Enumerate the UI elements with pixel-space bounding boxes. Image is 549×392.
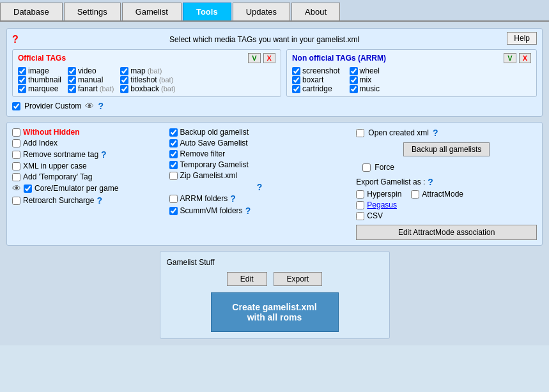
without-hidden-checkbox[interactable] — [12, 128, 20, 137]
tag-map-label: map — [130, 66, 145, 75]
tag-wheel-checkbox[interactable] — [350, 67, 358, 75]
tag-boxback-label: boxback — [130, 84, 159, 93]
arrm-folders-help[interactable]: ? — [230, 193, 236, 204]
tag-video-checkbox[interactable] — [68, 67, 76, 75]
temporary-gamelist-checkbox[interactable] — [169, 161, 178, 169]
edit-attractmode-button[interactable]: Edit AttractMode association — [356, 225, 537, 240]
remove-sortname-help[interactable]: ? — [101, 149, 107, 160]
backup-old-checkbox[interactable] — [169, 128, 178, 137]
tag-cartridge-checkbox[interactable] — [292, 85, 300, 93]
export-hyperspin: Hyperspin — [356, 190, 401, 199]
tag-image-checkbox[interactable] — [18, 67, 26, 75]
export-csv: CSV — [356, 211, 401, 220]
core-emulator-checkbox[interactable] — [24, 185, 32, 193]
xml-upper-checkbox[interactable] — [12, 162, 20, 170]
tag-fanart-checkbox[interactable] — [68, 85, 76, 93]
tag-screenshot-label: screenshot — [302, 66, 340, 75]
media-tags-panel: ? Select which media TAGs you want in yo… — [6, 28, 543, 117]
tab-database[interactable]: Database — [0, 3, 63, 20]
non-official-tags-header: Non official TAGs (ARRM) V X — [292, 53, 531, 63]
scummvm-folders-checkbox[interactable] — [169, 207, 178, 215]
auto-save-checkbox[interactable] — [169, 139, 178, 147]
tag-titleshot-label: titleshot — [130, 75, 157, 84]
tag-marquee-checkbox[interactable] — [18, 85, 26, 93]
retroarch-surcharge-help[interactable]: ? — [97, 195, 102, 206]
tag-video-label: video — [78, 66, 97, 75]
export-help[interactable]: ? — [428, 177, 433, 187]
tag-cartridge: cartridge — [292, 84, 340, 93]
pegasus-checkbox[interactable] — [356, 201, 364, 209]
add-index-checkbox[interactable] — [12, 139, 20, 147]
scummvm-help[interactable]: ? — [245, 206, 251, 216]
tag-screenshot: screenshot — [292, 66, 340, 75]
tag-marquee-label: marquee — [28, 84, 58, 93]
zip-help[interactable]: ? — [257, 182, 263, 192]
export-section: Export Gamelist as : ? Hyperspin Pegasus — [356, 177, 537, 240]
without-hidden-label: Without Hidden — [23, 128, 80, 137]
tag-mix-checkbox[interactable] — [350, 76, 358, 84]
official-tags-x-button[interactable]: X — [263, 53, 275, 63]
hyperspin-label: Hyperspin — [367, 190, 401, 199]
open-xml-help[interactable]: ? — [433, 128, 438, 138]
zip-gamelist-checkbox[interactable] — [169, 172, 178, 180]
tab-about[interactable]: About — [291, 3, 340, 20]
force-checkbox[interactable] — [362, 163, 371, 172]
open-xml-row: Open created xml ? — [356, 128, 537, 138]
options-left-col: Without Hidden Add Index Remove sortname… — [12, 128, 163, 240]
tag-thumbnail-checkbox[interactable] — [18, 76, 26, 84]
provider-custom-help[interactable]: ? — [98, 101, 104, 111]
opt-without-hidden: Without Hidden — [12, 128, 163, 137]
retroarch-surcharge-checkbox[interactable] — [12, 197, 20, 205]
tag-map-checkbox[interactable] — [120, 67, 128, 75]
tag-mix: mix — [350, 75, 380, 84]
tab-gamelist[interactable]: Gamelist — [122, 3, 182, 20]
tag-manual-checkbox[interactable] — [68, 76, 76, 84]
tag-thumbnail: thumbnail — [18, 75, 61, 84]
open-created-xml-label: Open created xml — [368, 128, 429, 137]
non-official-tags-v-button[interactable]: V — [504, 53, 516, 63]
non-official-tags-x-button[interactable]: X — [519, 53, 531, 63]
export-button[interactable]: Export — [274, 272, 323, 286]
open-created-xml-checkbox[interactable] — [356, 129, 364, 137]
tab-tools[interactable]: Tools — [183, 3, 231, 20]
edit-button[interactable]: Edit — [227, 272, 267, 286]
remove-filter-label: Remove filter — [180, 149, 226, 158]
remove-filter-checkbox[interactable] — [169, 150, 178, 158]
tag-boxart-label: boxart — [302, 75, 323, 84]
tag-boxart-checkbox[interactable] — [292, 76, 300, 84]
tab-settings[interactable]: Settings — [64, 3, 121, 20]
remove-sortname-checkbox[interactable] — [12, 151, 20, 159]
tag-boxback-checkbox[interactable] — [120, 85, 128, 93]
help-button[interactable]: Help — [507, 32, 537, 45]
backup-old-label: Backup old gamelist — [180, 128, 249, 137]
opt-remove-filter: Remove filter — [169, 149, 350, 158]
tags-columns: Official TAGs V X image thumbnail — [12, 49, 537, 97]
attractmode-label: AttractMode — [422, 190, 463, 199]
eye-icon: 👁 — [85, 101, 94, 111]
official-tags-v-button[interactable]: V — [248, 53, 260, 63]
tag-titleshot-bat: (bat) — [159, 76, 174, 84]
opt-add-index: Add Index — [12, 139, 163, 147]
tag-boxback: boxback (bat) — [120, 84, 175, 93]
pegasus-label[interactable]: Pegasus — [367, 200, 397, 209]
add-temporary-checkbox[interactable] — [12, 173, 20, 181]
attractmode-checkbox[interactable] — [411, 190, 419, 199]
opt-remove-sortname: Remove sortname tag ? — [12, 149, 163, 160]
opt-core-emulator: 👁 Core/Emulator per game — [12, 183, 163, 193]
arrm-folders-checkbox[interactable] — [169, 195, 178, 203]
tag-music-checkbox[interactable] — [350, 85, 358, 93]
create-gamelist-button[interactable]: Create gamelist.xml with all roms — [211, 292, 339, 332]
official-tags-group: Official TAGs V X image thumbnail — [12, 49, 281, 97]
export-pegasus: Pegasus — [356, 200, 401, 209]
xml-upper-label: XML in upper case — [23, 162, 87, 170]
tag-screenshot-checkbox[interactable] — [292, 67, 300, 75]
opt-temporary-gamelist: Temporary Gamelist — [169, 160, 350, 169]
tag-music-label: music — [360, 84, 380, 93]
hyperspin-checkbox[interactable] — [356, 190, 364, 199]
scummvm-folders-label: ScummVM folders — [180, 206, 243, 215]
tag-titleshot-checkbox[interactable] — [120, 76, 128, 84]
csv-checkbox[interactable] — [356, 212, 364, 220]
tab-updates[interactable]: Updates — [233, 3, 290, 20]
provider-custom-checkbox[interactable] — [12, 102, 20, 110]
backup-all-button[interactable]: Backup all gamelists — [403, 142, 490, 156]
